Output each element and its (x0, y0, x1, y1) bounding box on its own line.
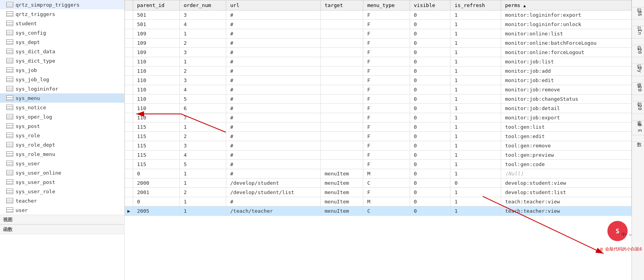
column-header-menu_type[interactable]: menu_type (363, 0, 410, 10)
cell-menu_type: F (363, 132, 410, 141)
sidebar-item-sys_dept[interactable]: sys_dept (0, 37, 124, 47)
sidebar-item-sys_config[interactable]: sys_config (0, 28, 124, 37)
sidebar-item-sys_job_log[interactable]: sys_job_log (0, 75, 124, 84)
right-panel-item[interactable]: 行 (632, 57, 644, 64)
column-header-perms[interactable]: perms ▲ (501, 0, 632, 10)
table-row[interactable]: 5014#F01monitor:logininfor:unlock (125, 20, 632, 29)
table-row[interactable]: 1153#F01tool:gen:remove (125, 141, 632, 150)
sidebar-item-label: sys_role_dept (16, 142, 55, 148)
table-row[interactable]: 20001/develop/studentmenuItemC00develop:… (125, 178, 632, 188)
sidebar-item-sys_role[interactable]: sys_role (0, 131, 124, 140)
cell-is_refresh: 1 (450, 141, 501, 150)
sidebar-item-sys_dict_type[interactable]: sys_dict_type (0, 56, 124, 65)
table-icon (6, 123, 13, 129)
sidebar-item-sys_job[interactable]: sys_job (0, 65, 124, 75)
cell-menu_type: F (363, 160, 410, 169)
table-row[interactable]: 1092#F01monitor:online:batchForceLogou (125, 38, 632, 48)
table-row[interactable]: 1155#F01tool:gen:code (125, 160, 632, 169)
cell-menu_type: F (363, 188, 410, 197)
cell-perms: tool:gen:list (501, 122, 632, 132)
column-header-visible[interactable]: visible (410, 0, 450, 10)
right-panel-item[interactable]: In (632, 26, 644, 38)
table-row[interactable]: 1101#F01monitor:job:list (125, 57, 632, 66)
cell-target (320, 94, 363, 104)
cell-url: # (226, 29, 321, 38)
cell-menu_type: C (363, 178, 410, 188)
column-header-is_refresh[interactable]: is_refresh (450, 0, 501, 10)
cell-order_num: 4 (179, 20, 226, 29)
sidebar-item-teacher[interactable]: teacher (0, 196, 124, 205)
table-row[interactable]: 1107#F01monitor:job:export (125, 113, 632, 122)
table-row[interactable]: 1151#F01tool:gen:list (125, 122, 632, 132)
table-icon (6, 114, 13, 119)
right-panel-item[interactable]: 86 (632, 7, 644, 19)
column-header-parent_id[interactable]: parent_id (133, 0, 180, 10)
table-row[interactable]: 1102#F01monitor:job:add (125, 66, 632, 76)
table-row[interactable]: 1105#F01monitor:job:changeStatus (125, 94, 632, 104)
sidebar-item-student[interactable]: student (0, 19, 124, 28)
column-header-target[interactable]: target (320, 0, 363, 10)
table-row[interactable]: 01#menuItemM01teach:teacher:view (125, 197, 632, 206)
table-row[interactable]: 1103#F01monitor:job:edit (125, 76, 632, 85)
sidebar-item-sys_post[interactable]: sys_post (0, 121, 124, 131)
cell-url: # (226, 10, 321, 20)
cell-order_num: 7 (179, 113, 226, 122)
table-row[interactable]: 1091#F01monitor:online:list (125, 29, 632, 38)
sidebar-item-sys_user_online[interactable]: sys_user_online (0, 168, 124, 177)
cell-perms: monitor:job:export (501, 113, 632, 122)
column-header-url[interactable]: url (226, 0, 321, 10)
sidebar-item-sys_role_dept[interactable]: sys_role_dept (0, 140, 124, 149)
cell-order_num: 2 (179, 132, 226, 141)
sidebar-item-sys_logininfor[interactable]: sys_logininfor (0, 84, 124, 93)
cell-parent_id: 115 (133, 150, 180, 160)
sidebar-item-qrtz_triggers[interactable]: qrtz_triggers (0, 9, 124, 19)
sidebar-item-sys_oper_log[interactable]: sys_oper_log (0, 112, 124, 121)
cell-visible: 0 (410, 76, 450, 85)
right-panel-item[interactable]: 引 (632, 19, 644, 26)
sidebar-item-sys_role_menu[interactable]: sys_role_menu (0, 149, 124, 159)
sidebar-item-sys_notice[interactable]: sys_notice (0, 103, 124, 112)
right-panel-item[interactable]: 创 (632, 95, 644, 102)
table-row[interactable]: 1106#F01monitor:job:detail (125, 104, 632, 113)
sidebar-item-sys_dict_data[interactable]: sys_dict_data (0, 47, 124, 56)
right-panel-item[interactable]: 20 (632, 83, 644, 95)
column-header-order_num[interactable]: order_num (179, 0, 226, 10)
sidebar-item-label: sys_user_online (16, 170, 61, 176)
sidebar-item-sys_menu[interactable]: sys_menu (0, 93, 124, 103)
cell-menu_type: F (363, 76, 410, 85)
row-indicator (125, 178, 133, 188)
sidebar-item-label: sys_user_role (16, 189, 55, 194)
table-row[interactable]: 1093#F01monitor:online:forceLogout (125, 48, 632, 57)
right-panel-item[interactable]: 20 (632, 45, 644, 57)
right-panel-item[interactable]: 20 (632, 102, 644, 114)
right-panel-item[interactable]: Dy (632, 64, 644, 76)
table-row[interactable]: 20012/develop/student/listmenuItemF01dev… (125, 188, 632, 197)
sidebar-item-user[interactable]: user (0, 205, 124, 215)
right-panel-item[interactable]: 0 E (632, 121, 644, 136)
sidebar-item-sys_user_role[interactable]: sys_user_role (0, 187, 124, 196)
right-panel-item[interactable]: 数 (632, 135, 644, 142)
sidebar-item-sys_user[interactable]: sys_user (0, 159, 124, 168)
table-row[interactable]: 1104#F01monitor:job:remove (125, 85, 632, 94)
table-icon (6, 67, 13, 73)
right-panel-item[interactable]: 索 (632, 114, 644, 121)
right-panel-item[interactable]: 修 (632, 76, 644, 83)
cell-is_refresh: 1 (450, 10, 501, 20)
table-row[interactable]: 1152#F01tool:gen:edit (125, 132, 632, 141)
sidebar-item-sys_user_post[interactable]: sys_user_post (0, 177, 124, 187)
sidebar: qrtz_simprop_triggersqrtz_triggersstuden… (0, 0, 125, 280)
cell-url: # (226, 132, 321, 141)
table-row[interactable]: 1154#F01tool:gen:preview (125, 150, 632, 160)
row-indicator (125, 76, 133, 85)
sidebar-item-label: qrtz_simprop_triggers (16, 2, 79, 8)
table-row[interactable]: 01#menuItemM01(Null) (125, 169, 632, 178)
table-row[interactable]: ▶20051/teach/teachermenuItemC01teach:tea… (125, 206, 632, 216)
data-table-area[interactable]: parent_idorder_numurltargetmenu_typevisi… (125, 0, 632, 280)
right-panel-item[interactable]: 自 (632, 38, 644, 45)
row-indicator (125, 197, 133, 206)
table-row[interactable]: 5013#F01monitor:logininfor:export (125, 10, 632, 20)
cell-parent_id: 109 (133, 38, 180, 48)
right-panel-item[interactable]: 行 (632, 1, 644, 7)
cell-target: menuItem (320, 169, 363, 178)
sidebar-item-qrtz_simprop_triggers[interactable]: qrtz_simprop_triggers (0, 0, 124, 9)
